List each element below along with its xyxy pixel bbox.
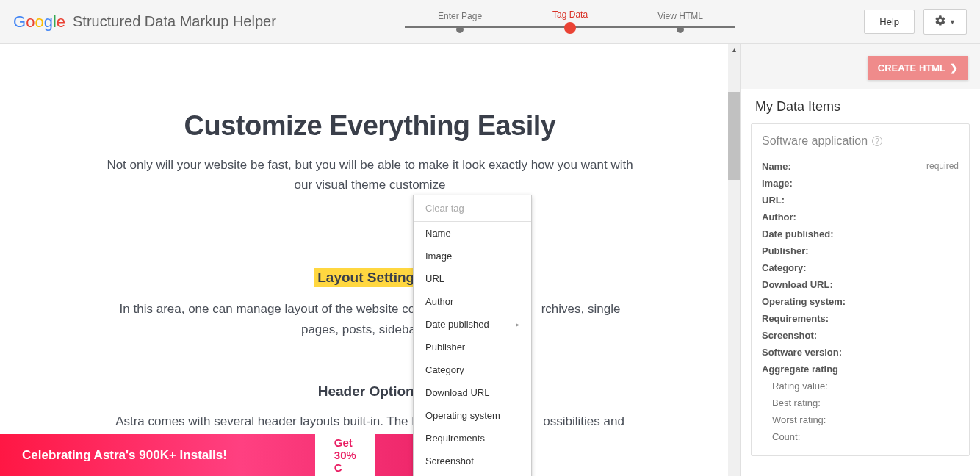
data-field-row: Screenshot: — [762, 327, 959, 344]
field-label: Category: — [762, 262, 807, 273]
logo-area: Google Structured Data Markup Helper — [13, 12, 276, 32]
caret-down-icon: ▼ — [949, 18, 956, 26]
header-options-heading: Header Options — [318, 383, 422, 400]
create-html-label: CREATE HTML — [878, 62, 945, 73]
field-label: Worst rating: — [772, 414, 826, 425]
chevron-right-icon: ❯ — [950, 62, 958, 73]
context-menu-item[interactable]: Software version — [414, 472, 531, 476]
data-field-row: Worst rating: — [772, 411, 959, 428]
context-menu-item[interactable]: Category — [414, 358, 531, 381]
context-menu-clear[interactable]: Clear tag — [414, 195, 531, 222]
page-preview[interactable]: Customize Everything Easily Not only wil… — [0, 44, 740, 451]
data-field-row: Author: — [762, 209, 959, 226]
create-html-wrap: CREATE HTML ❯ — [741, 44, 980, 89]
sidebar: CREATE HTML ❯ My Data Items Software app… — [740, 44, 980, 476]
context-menu-item-label: Download URL — [425, 387, 489, 398]
field-label: Date published: — [762, 228, 834, 239]
context-menu-item-label: Screenshot — [425, 455, 474, 466]
header-buttons: Help ▼ — [864, 9, 967, 35]
data-items-box: Software application ? Name:requiredImag… — [751, 123, 970, 456]
data-field-row: Download URL: — [762, 276, 959, 293]
context-menu-item-label: Operating system — [425, 410, 500, 421]
context-menu-item-label: Category — [425, 364, 464, 375]
data-field-row: Date published: — [762, 226, 959, 242]
hero-description: Not only will your website be fast, but … — [106, 155, 635, 195]
settings-button[interactable]: ▼ — [923, 9, 967, 35]
scroll-thumb[interactable] — [728, 92, 740, 180]
context-menu-item-label: Image — [425, 250, 452, 262]
help-icon[interactable]: ? — [872, 136, 882, 146]
context-menu-item[interactable]: URL — [414, 267, 531, 290]
field-label: Best rating: — [772, 397, 821, 408]
context-menu-item-label: Date published — [425, 319, 489, 330]
data-field-row: Requirements: — [762, 310, 959, 327]
content-scrollbar[interactable]: ▴ — [728, 44, 740, 476]
step-view-html[interactable]: View HTML — [625, 11, 735, 33]
gear-icon — [934, 15, 946, 29]
context-menu-item[interactable]: Image — [414, 245, 531, 267]
chevron-right-icon: ▸ — [516, 320, 519, 328]
data-field-row: Image: — [762, 175, 959, 192]
step-label: Enter Page — [405, 11, 515, 21]
create-html-button[interactable]: CREATE HTML ❯ — [868, 56, 968, 80]
hero-title: Customize Everything Easily — [88, 110, 652, 142]
context-menu-item-label: Name — [425, 228, 451, 239]
field-label: Publisher: — [762, 245, 809, 256]
data-field-row: Count: — [772, 428, 959, 445]
data-type-heading: Software application ? — [762, 134, 959, 148]
context-menu-item-label: Publisher — [425, 342, 465, 353]
promo-text: Celebrating Astra's 900K+ Installs! — [22, 448, 227, 463]
context-menu-item[interactable]: Author — [414, 290, 531, 313]
stepper: Enter Page Tag Data View HTML — [350, 10, 790, 34]
field-label: Operating system: — [762, 296, 846, 307]
step-label: Tag Data — [515, 10, 625, 20]
data-field-row: Rating value: — [772, 378, 959, 394]
context-menu-item[interactable]: Download URL — [414, 381, 531, 404]
field-label: Rating value: — [772, 381, 828, 392]
help-button[interactable]: Help — [864, 10, 915, 34]
google-logo: Google — [13, 12, 65, 32]
data-field-row: Best rating: — [772, 394, 959, 411]
countdown-seconds: 57Seconds — [538, 443, 567, 467]
context-menu-item[interactable]: Date published▸ — [414, 313, 531, 336]
context-menu-item[interactable]: Requirements — [414, 427, 531, 450]
field-label: Software version: — [762, 347, 842, 358]
data-field-row: Software version: — [762, 344, 959, 361]
context-menu-item[interactable]: Screenshot — [414, 450, 531, 472]
field-label: Image: — [762, 178, 793, 189]
step-tag-data[interactable]: Tag Data — [515, 10, 625, 34]
field-label: Download URL: — [762, 279, 833, 290]
step-label: View HTML — [625, 11, 735, 21]
data-field-row: Publisher: — [762, 242, 959, 259]
data-field-row: Category: — [762, 259, 959, 276]
required-label: required — [926, 161, 959, 172]
context-menu-item-label: URL — [425, 273, 444, 284]
context-menu-item[interactable]: Publisher — [414, 336, 531, 358]
field-label: Author: — [762, 212, 796, 223]
app-title: Structured Data Markup Helper — [73, 13, 276, 30]
promo-banner: Celebrating Astra's 900K+ Installs! Get … — [0, 434, 483, 476]
layout-settings-heading[interactable]: Layout Settings — [314, 268, 425, 287]
field-label: Requirements: — [762, 313, 829, 324]
field-label: URL: — [762, 195, 785, 206]
field-label: Count: — [772, 431, 800, 442]
data-field-row: URL: — [762, 192, 959, 209]
data-field-row: Name:required — [762, 158, 959, 175]
context-menu-item[interactable]: Operating system — [414, 404, 531, 427]
promo-cta-button[interactable]: Get 30% C — [315, 428, 375, 476]
app-header: Google Structured Data Markup Helper Ent… — [0, 0, 980, 44]
tag-context-menu: Clear tag NameImageURLAuthorDate publish… — [413, 195, 532, 476]
field-label: Screenshot: — [762, 330, 817, 341]
field-aggregate-rating: Aggregate rating — [762, 361, 959, 378]
main-area: Customize Everything Easily Not only wil… — [0, 44, 980, 476]
context-menu-item-label: Author — [425, 296, 453, 307]
scroll-up-icon[interactable]: ▴ — [728, 44, 740, 56]
section-layout: Layout Settings In this area, one can ma… — [88, 268, 652, 339]
layout-description: In this area, one can manage layout of t… — [106, 299, 635, 339]
content-panel: Customize Everything Easily Not only wil… — [0, 44, 740, 476]
step-enter-page[interactable]: Enter Page — [405, 11, 515, 33]
sidebar-title: My Data Items — [741, 89, 980, 123]
context-menu-item[interactable]: Name — [414, 222, 531, 245]
data-field-row: Operating system: — [762, 293, 959, 310]
context-menu-item-label: Requirements — [425, 433, 485, 444]
